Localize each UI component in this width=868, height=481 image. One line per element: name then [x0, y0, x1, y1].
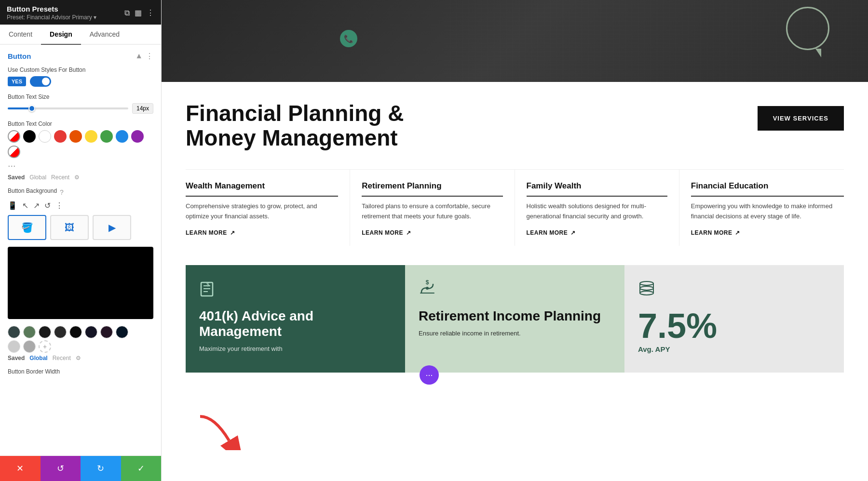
- card-401k-desc: Maximize your retirement with: [199, 344, 392, 354]
- bg-cursor-icon[interactable]: ↖: [22, 201, 28, 210]
- color-preview: [8, 247, 153, 319]
- bg-help-icon[interactable]: ?: [60, 188, 64, 196]
- toggle-pill[interactable]: [30, 76, 51, 87]
- settings-icon[interactable]: ⚙: [74, 174, 80, 181]
- panel-bottom-bar: ✕ ↺ ↻ ✓: [0, 455, 161, 481]
- recent-colors-row2: +: [8, 340, 153, 353]
- content-top: Financial Planning & Money Management VI…: [186, 101, 844, 150]
- text-size-thumb[interactable]: [28, 105, 35, 112]
- more-swatches-icon[interactable]: ···: [8, 160, 16, 171]
- bg-mobile-icon[interactable]: 📱: [8, 201, 17, 210]
- content-area: Financial Planning & Money Management VI…: [162, 82, 868, 481]
- learn-more-2[interactable]: LEARN MORE: [527, 229, 667, 236]
- section-more-icon[interactable]: ⋮: [146, 52, 153, 61]
- heading-line1: Financial Planning &: [186, 101, 404, 126]
- text-size-label: Button Text Size: [8, 94, 153, 100]
- recent-color-6[interactable]: [85, 326, 97, 338]
- bg-video-option[interactable]: ▶: [93, 215, 131, 240]
- global-label: Global: [29, 174, 46, 181]
- saved-label-2: Saved: [8, 355, 25, 361]
- color-swatch-custom[interactable]: [8, 146, 20, 158]
- text-size-slider-row: 14px: [8, 103, 153, 114]
- learn-more-3[interactable]: LEARN MORE: [691, 229, 844, 236]
- redo-button[interactable]: ↻: [81, 456, 121, 481]
- three-dots-bubble[interactable]: ···: [420, 365, 439, 385]
- card-retirement: $ Retirement Income Planning Ensure reli…: [405, 265, 624, 373]
- image-icon: 🖼: [65, 222, 74, 233]
- bg-options: 🪣 🖼 ▶: [8, 215, 153, 240]
- bg-image-option[interactable]: 🖼: [50, 215, 89, 240]
- collapse-icon[interactable]: ▲: [135, 52, 143, 61]
- section-title: Button: [8, 52, 31, 60]
- bg-reset-icon[interactable]: ↺: [44, 201, 51, 210]
- service-name-2: Family Wealth: [527, 181, 667, 197]
- recent-color-7[interactable]: [100, 326, 113, 338]
- color-swatch-yellow[interactable]: [85, 130, 97, 143]
- recent-color-1[interactable]: [8, 326, 20, 338]
- main-heading: Financial Planning & Money Management: [186, 101, 404, 150]
- recent-color-2[interactable]: [23, 326, 36, 338]
- recent-color-9[interactable]: [8, 340, 20, 353]
- phone-icon[interactable]: 📞: [340, 30, 357, 47]
- settings-icon-2[interactable]: ⚙: [76, 355, 81, 361]
- color-swatch-diagonal[interactable]: [8, 130, 20, 143]
- recent-label-2: Recent: [53, 355, 71, 361]
- left-panel: Button Presets Preset: Financial Advisor…: [0, 0, 162, 481]
- swatches-meta-2: Saved Global Recent ⚙: [8, 355, 153, 361]
- recent-color-8[interactable]: [116, 326, 128, 338]
- learn-more-1[interactable]: LEARN MORE: [362, 229, 502, 236]
- hero-bg: [162, 0, 868, 82]
- custom-styles-label: Use Custom Styles For Button: [8, 67, 153, 73]
- copy-icon[interactable]: ⧉: [124, 9, 130, 17]
- recent-color-5[interactable]: [69, 326, 82, 338]
- bg-icons-row: 📱 ↖ ↗ ↺ ⋮: [8, 201, 153, 210]
- card-401k-title: 401(k) Advice and Management: [199, 308, 392, 339]
- card-401k-icon: $: [199, 280, 392, 301]
- color-swatch-white[interactable]: [39, 130, 51, 143]
- service-name-1: Retirement Planning: [362, 181, 502, 197]
- bg-color-option[interactable]: 🪣: [8, 215, 46, 240]
- more-icon[interactable]: ⋮: [147, 8, 154, 17]
- color-bucket-icon: 🪣: [21, 222, 33, 233]
- text-size-value[interactable]: 14px: [132, 103, 153, 114]
- main-area: 📞 Financial Planning & Money Management …: [162, 0, 868, 481]
- bg-label-row: Button Background ?: [8, 187, 153, 197]
- bg-more-icon[interactable]: ⋮: [55, 201, 63, 210]
- text-color-group: Button Text Color ··· Saved Global Recen…: [8, 120, 153, 181]
- service-desc-2: Holistic wealth solutions designed for m…: [527, 201, 667, 222]
- video-icon: ▶: [108, 222, 116, 233]
- panel-subtitle: Preset: Financial Advisor Primary ▾: [7, 14, 96, 21]
- yes-button[interactable]: YES: [8, 77, 26, 86]
- card-retirement-icon: $: [419, 280, 611, 301]
- color-swatch-green[interactable]: [100, 130, 113, 143]
- grid-icon[interactable]: ▦: [135, 8, 142, 17]
- recent-color-3[interactable]: [39, 326, 51, 338]
- tab-design[interactable]: Design: [41, 25, 81, 45]
- undo-button[interactable]: ↺: [41, 456, 81, 481]
- panel-header: Button Presets Preset: Financial Advisor…: [0, 0, 161, 25]
- add-color-button[interactable]: +: [39, 340, 51, 353]
- service-col-2: Family Wealth Holistic wealth solutions …: [515, 170, 679, 246]
- confirm-button[interactable]: ✓: [121, 456, 162, 481]
- learn-more-0[interactable]: LEARN MORE: [186, 229, 338, 236]
- color-swatch-purple[interactable]: [131, 130, 144, 143]
- recent-color-4[interactable]: [54, 326, 67, 338]
- color-swatches: [8, 130, 153, 158]
- apy-label: Avg. APY: [638, 345, 830, 353]
- bg-link-icon[interactable]: ↗: [33, 201, 40, 210]
- recent-color-10[interactable]: [23, 340, 36, 353]
- color-swatch-orange[interactable]: [69, 130, 82, 143]
- text-size-track[interactable]: [8, 107, 128, 109]
- panel-title: Button Presets: [7, 5, 96, 13]
- border-width-group: Button Border Width: [8, 368, 153, 375]
- color-swatch-red[interactable]: [54, 130, 67, 143]
- view-services-button[interactable]: VIEW SERVICES: [758, 106, 844, 131]
- tab-advanced[interactable]: Advanced: [81, 25, 128, 45]
- svg-point-5: [426, 287, 429, 290]
- panel-body: Button ▲ ⋮ Use Custom Styles For Button …: [0, 45, 161, 455]
- tab-content[interactable]: Content: [0, 25, 41, 45]
- card-retirement-title: Retirement Income Planning: [419, 308, 611, 324]
- color-swatch-blue[interactable]: [116, 130, 128, 143]
- color-swatch-black[interactable]: [23, 130, 36, 143]
- cancel-button[interactable]: ✕: [0, 456, 41, 481]
